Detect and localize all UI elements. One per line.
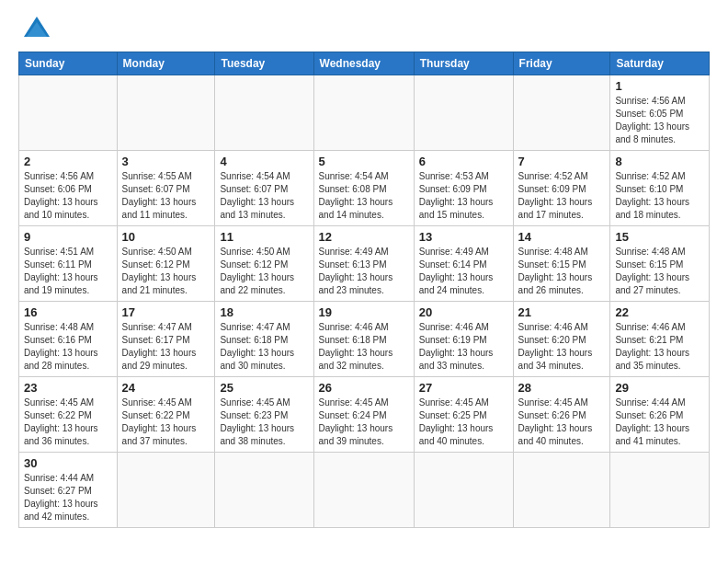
calendar-cell: 10Sunrise: 4:50 AM Sunset: 6:12 PM Dayli… bbox=[117, 226, 215, 302]
calendar-cell: 1Sunrise: 4:56 AM Sunset: 6:05 PM Daylig… bbox=[610, 75, 710, 151]
day-info: Sunrise: 4:55 AM Sunset: 6:07 PM Dayligh… bbox=[122, 170, 210, 222]
day-info: Sunrise: 4:46 AM Sunset: 6:18 PM Dayligh… bbox=[319, 321, 409, 373]
calendar-week-5: 23Sunrise: 4:45 AM Sunset: 6:22 PM Dayli… bbox=[19, 377, 710, 453]
day-number: 26 bbox=[319, 381, 409, 395]
calendar-cell bbox=[117, 75, 215, 151]
weekday-header-row: SundayMondayTuesdayWednesdayThursdayFrid… bbox=[19, 52, 710, 75]
calendar-cell: 3Sunrise: 4:55 AM Sunset: 6:07 PM Daylig… bbox=[117, 151, 215, 226]
day-number: 8 bbox=[615, 155, 704, 168]
day-info: Sunrise: 4:46 AM Sunset: 6:19 PM Dayligh… bbox=[419, 321, 508, 373]
day-number: 10 bbox=[122, 230, 210, 244]
calendar-cell: 27Sunrise: 4:45 AM Sunset: 6:25 PM Dayli… bbox=[414, 377, 513, 453]
logo-area bbox=[18, 15, 51, 42]
calendar-week-2: 2Sunrise: 4:56 AM Sunset: 6:06 PM Daylig… bbox=[19, 151, 710, 226]
calendar-cell: 4Sunrise: 4:54 AM Sunset: 6:07 PM Daylig… bbox=[215, 151, 313, 226]
calendar-cell bbox=[414, 75, 513, 151]
header-area bbox=[18, 15, 710, 42]
calendar-cell bbox=[414, 453, 513, 528]
weekday-header-monday: Monday bbox=[117, 52, 215, 75]
logo-icon bbox=[22, 15, 51, 40]
day-info: Sunrise: 4:48 AM Sunset: 6:15 PM Dayligh… bbox=[518, 246, 606, 297]
calendar-cell bbox=[313, 75, 414, 151]
day-number: 1 bbox=[615, 79, 704, 93]
weekday-header-thursday: Thursday bbox=[414, 52, 513, 75]
day-number: 23 bbox=[24, 381, 112, 395]
day-number: 17 bbox=[122, 305, 210, 319]
calendar-body: 1Sunrise: 4:56 AM Sunset: 6:05 PM Daylig… bbox=[19, 75, 710, 528]
day-info: Sunrise: 4:44 AM Sunset: 6:27 PM Dayligh… bbox=[24, 472, 112, 523]
day-info: Sunrise: 4:56 AM Sunset: 6:05 PM Dayligh… bbox=[615, 95, 704, 146]
day-info: Sunrise: 4:50 AM Sunset: 6:12 PM Dayligh… bbox=[220, 246, 308, 297]
day-number: 5 bbox=[319, 155, 409, 168]
day-number: 13 bbox=[419, 230, 508, 244]
day-info: Sunrise: 4:46 AM Sunset: 6:20 PM Dayligh… bbox=[518, 321, 606, 373]
calendar-cell: 5Sunrise: 4:54 AM Sunset: 6:08 PM Daylig… bbox=[313, 151, 414, 226]
day-info: Sunrise: 4:50 AM Sunset: 6:12 PM Dayligh… bbox=[122, 246, 210, 297]
day-info: Sunrise: 4:52 AM Sunset: 6:10 PM Dayligh… bbox=[615, 170, 704, 222]
page: SundayMondayTuesdayWednesdayThursdayFrid… bbox=[0, 0, 728, 563]
calendar-cell: 8Sunrise: 4:52 AM Sunset: 6:10 PM Daylig… bbox=[610, 151, 710, 226]
day-number: 30 bbox=[24, 456, 112, 470]
day-info: Sunrise: 4:48 AM Sunset: 6:15 PM Dayligh… bbox=[615, 246, 704, 297]
calendar-cell: 28Sunrise: 4:45 AM Sunset: 6:26 PM Dayli… bbox=[513, 377, 610, 453]
calendar-cell: 21Sunrise: 4:46 AM Sunset: 6:20 PM Dayli… bbox=[513, 302, 610, 377]
calendar-cell: 17Sunrise: 4:47 AM Sunset: 6:17 PM Dayli… bbox=[117, 302, 215, 377]
day-number: 14 bbox=[518, 230, 606, 244]
calendar-cell: 25Sunrise: 4:45 AM Sunset: 6:23 PM Dayli… bbox=[215, 377, 313, 453]
day-number: 22 bbox=[615, 305, 704, 319]
day-number: 7 bbox=[518, 155, 606, 168]
day-info: Sunrise: 4:45 AM Sunset: 6:26 PM Dayligh… bbox=[518, 396, 606, 448]
day-info: Sunrise: 4:49 AM Sunset: 6:14 PM Dayligh… bbox=[419, 246, 508, 297]
day-number: 9 bbox=[24, 230, 112, 244]
day-number: 6 bbox=[419, 155, 508, 168]
calendar-cell: 7Sunrise: 4:52 AM Sunset: 6:09 PM Daylig… bbox=[513, 151, 610, 226]
calendar-cell: 20Sunrise: 4:46 AM Sunset: 6:19 PM Dayli… bbox=[414, 302, 513, 377]
calendar-week-1: 1Sunrise: 4:56 AM Sunset: 6:05 PM Daylig… bbox=[19, 75, 710, 151]
day-number: 11 bbox=[220, 230, 308, 244]
calendar-cell: 29Sunrise: 4:44 AM Sunset: 6:26 PM Dayli… bbox=[610, 377, 710, 453]
weekday-header-wednesday: Wednesday bbox=[313, 52, 414, 75]
calendar-table: SundayMondayTuesdayWednesdayThursdayFrid… bbox=[18, 52, 710, 528]
day-info: Sunrise: 4:45 AM Sunset: 6:25 PM Dayligh… bbox=[419, 396, 508, 448]
day-info: Sunrise: 4:46 AM Sunset: 6:21 PM Dayligh… bbox=[615, 321, 704, 373]
calendar-cell: 6Sunrise: 4:53 AM Sunset: 6:09 PM Daylig… bbox=[414, 151, 513, 226]
day-info: Sunrise: 4:52 AM Sunset: 6:09 PM Dayligh… bbox=[518, 170, 606, 222]
day-number: 2 bbox=[24, 155, 112, 168]
calendar-cell: 13Sunrise: 4:49 AM Sunset: 6:14 PM Dayli… bbox=[414, 226, 513, 302]
day-number: 27 bbox=[419, 381, 508, 395]
day-info: Sunrise: 4:44 AM Sunset: 6:26 PM Dayligh… bbox=[615, 396, 704, 448]
day-info: Sunrise: 4:45 AM Sunset: 6:23 PM Dayligh… bbox=[220, 396, 308, 448]
day-number: 29 bbox=[615, 381, 704, 395]
day-info: Sunrise: 4:47 AM Sunset: 6:17 PM Dayligh… bbox=[122, 321, 210, 373]
day-number: 18 bbox=[220, 305, 308, 319]
day-info: Sunrise: 4:53 AM Sunset: 6:09 PM Dayligh… bbox=[419, 170, 508, 222]
weekday-header-friday: Friday bbox=[513, 52, 610, 75]
calendar-cell: 16Sunrise: 4:48 AM Sunset: 6:16 PM Dayli… bbox=[19, 302, 118, 377]
day-number: 28 bbox=[518, 381, 606, 395]
day-info: Sunrise: 4:56 AM Sunset: 6:06 PM Dayligh… bbox=[24, 170, 112, 222]
calendar-cell: 9Sunrise: 4:51 AM Sunset: 6:11 PM Daylig… bbox=[19, 226, 118, 302]
calendar-cell bbox=[215, 75, 313, 151]
day-number: 21 bbox=[518, 305, 606, 319]
day-number: 16 bbox=[24, 305, 112, 319]
calendar-header: SundayMondayTuesdayWednesdayThursdayFrid… bbox=[19, 52, 710, 75]
calendar-cell: 23Sunrise: 4:45 AM Sunset: 6:22 PM Dayli… bbox=[19, 377, 118, 453]
day-number: 12 bbox=[319, 230, 409, 244]
calendar-cell: 26Sunrise: 4:45 AM Sunset: 6:24 PM Dayli… bbox=[313, 377, 414, 453]
calendar-cell bbox=[19, 75, 118, 151]
calendar-cell bbox=[513, 453, 610, 528]
day-number: 24 bbox=[122, 381, 210, 395]
day-info: Sunrise: 4:54 AM Sunset: 6:07 PM Dayligh… bbox=[220, 170, 308, 222]
calendar-cell: 18Sunrise: 4:47 AM Sunset: 6:18 PM Dayli… bbox=[215, 302, 313, 377]
day-number: 3 bbox=[122, 155, 210, 168]
day-number: 20 bbox=[419, 305, 508, 319]
logo bbox=[18, 15, 51, 42]
day-info: Sunrise: 4:45 AM Sunset: 6:22 PM Dayligh… bbox=[122, 396, 210, 448]
calendar-cell bbox=[117, 453, 215, 528]
calendar-cell: 15Sunrise: 4:48 AM Sunset: 6:15 PM Dayli… bbox=[610, 226, 710, 302]
day-number: 19 bbox=[319, 305, 409, 319]
day-info: Sunrise: 4:45 AM Sunset: 6:24 PM Dayligh… bbox=[319, 396, 409, 448]
day-number: 4 bbox=[220, 155, 308, 168]
weekday-header-sunday: Sunday bbox=[19, 52, 118, 75]
day-info: Sunrise: 4:48 AM Sunset: 6:16 PM Dayligh… bbox=[24, 321, 112, 373]
